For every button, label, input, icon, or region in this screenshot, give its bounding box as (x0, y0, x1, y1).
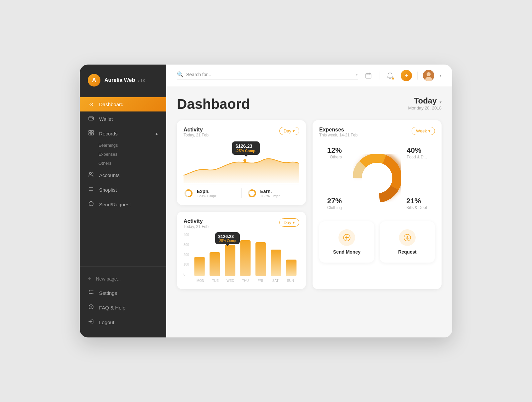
app-version: v 1.0 (138, 79, 145, 83)
expenses-card-subtitle: This week, 14-21 Feb (319, 133, 357, 137)
header: 🔍 ▾ (166, 65, 452, 87)
sidebar-item-shoplist[interactable]: Shoplist (80, 182, 166, 197)
sidebar-item-faq[interactable]: ? FAQ & Help (80, 300, 166, 315)
sidebar-item-settings[interactable]: Settings (80, 286, 166, 300)
search-dropdown-arrow: ▾ (356, 72, 358, 77)
expenses-donut-area: 12% Others 40% Food & D... 21% Bills & D… (319, 141, 435, 215)
page-content: Dashbaord Today ▾ Monday 28, 2018 Activi… (166, 87, 452, 337)
svg-point-6 (89, 172, 91, 174)
sidebar-item-earnings[interactable]: Eearnings (98, 141, 166, 150)
dashboard-icon: ⊙ (88, 101, 94, 107)
user-dropdown-arrow[interactable]: ▾ (440, 73, 442, 78)
sidebar-item-expenses[interactable]: Expenses (98, 150, 166, 159)
sidebar-item-logout[interactable]: Logout (80, 315, 166, 329)
expenses-card-header: Expenses This week, 14-21 Feb Week ▾ (319, 127, 435, 137)
user-avatar[interactable] (423, 70, 434, 81)
bar-x-axis: MON TUE WED THU FRI SAT SUN (192, 279, 299, 283)
earn-stat: Earn. +63% Cmpr. (247, 188, 300, 198)
bar-chart-area: $126.23 -25% Comp. (192, 233, 299, 283)
date-dropdown-arrow[interactable]: ▾ (440, 100, 442, 104)
logout-icon (88, 319, 94, 325)
page-header: Dashbaord Today ▾ Monday 28, 2018 (177, 96, 442, 112)
notification-dot (392, 78, 394, 80)
sidebar-item-dashboard[interactable]: ⊙ Dashboard (80, 97, 166, 111)
send-money-btn[interactable]: Send Money (319, 221, 374, 263)
bar-card-title: Activity (184, 218, 208, 224)
chart-stats: Expn. +23% Cmpr. Earn. (184, 184, 299, 198)
svg-rect-48 (271, 250, 281, 276)
clothing-label: 21% Bills & Debt (406, 197, 427, 210)
activity-day-filter[interactable]: Day ▾ (279, 127, 299, 135)
activity-tooltip: $126.23 -25% Comp. (232, 141, 260, 155)
svg-rect-5 (91, 133, 93, 135)
svg-rect-2 (89, 130, 91, 132)
expenses-card: Expenses This week, 14-21 Feb Week ▾ 12%… (313, 120, 442, 289)
faq-icon: ? (88, 304, 94, 311)
bar-chart-svg (192, 233, 299, 276)
sidebar-item-records[interactable]: Records ▲ (80, 126, 166, 141)
svg-rect-45 (225, 245, 235, 276)
sidebar-bottom: + New page... Settings (80, 266, 166, 337)
earn-change: +63% Cmpr. (260, 194, 281, 198)
others-label: 12% Others (327, 146, 342, 159)
calendar-btn[interactable] (363, 70, 374, 81)
svg-rect-0 (89, 117, 93, 120)
expn-change: +23% Cmpr. (197, 194, 217, 198)
bar-chart-wrapper: 0 100 200 300 400 $126.23 -25% Comp. (184, 233, 299, 283)
bar-card-subtitle: Today, 21 Feb (184, 224, 208, 229)
y-axis-labels: 0 100 200 300 400 (184, 233, 191, 276)
search-input[interactable] (186, 72, 353, 77)
sidebar-item-wallet[interactable]: Wallet (80, 111, 166, 126)
svg-point-37 (362, 163, 392, 193)
bar-card-header: Activity Today, 21 Feb Day ▾ (184, 218, 299, 229)
records-icon (88, 130, 94, 137)
earn-donut (247, 188, 257, 198)
svg-rect-1 (92, 118, 93, 119)
request-icon: $ (399, 229, 416, 246)
header-actions: + ▾ (363, 70, 442, 81)
add-button[interactable]: + (401, 70, 412, 81)
svg-rect-4 (89, 133, 91, 135)
svg-rect-47 (255, 242, 266, 276)
app-container: A Aurelia Web v 1.0 ⊙ Dashboard (80, 65, 452, 337)
header-divider2 (417, 72, 418, 80)
sidebar-submenu-records: Eearnings Expenses Others (80, 141, 166, 168)
activity-bar-card: Activity Today, 21 Feb Day ▾ 0 100 (177, 212, 306, 289)
activity-card-subtitle: Today, 21 Feb (184, 133, 208, 137)
sidebar-item-new-page[interactable]: + New page... (80, 272, 166, 286)
sidebar-item-send-request[interactable]: Send/Request (80, 197, 166, 212)
sidebar-item-others[interactable]: Others (98, 159, 166, 168)
sidebar-logo: A Aurelia Web v 1.0 (80, 65, 166, 95)
bills-label: 27% Clothing (327, 197, 342, 210)
app-name: Aurelia Web (104, 77, 135, 83)
sidebar-item-accounts[interactable]: Accounts (80, 168, 166, 182)
notification-btn[interactable] (385, 70, 395, 81)
dashboard-grid: Activity Today, 21 Feb Day ▾ $126.23 -25… (177, 120, 442, 289)
header-divider (379, 72, 379, 80)
svg-rect-3 (91, 130, 93, 132)
send-money-label: Send Money (333, 249, 360, 255)
activity-area-card: Activity Today, 21 Feb Day ▾ $126.23 -25… (177, 120, 306, 205)
svg-point-28 (243, 159, 246, 162)
logo-icon: A (88, 74, 100, 87)
food-label: 40% Food & D... (407, 146, 427, 159)
svg-point-11 (89, 202, 93, 206)
accounts-icon (88, 172, 94, 178)
earn-label: Earn. (260, 189, 281, 194)
date-section: Today ▾ Monday 28, 2018 (408, 96, 442, 110)
request-btn[interactable]: $ Request (380, 221, 435, 263)
records-arrow: ▲ (155, 132, 158, 135)
svg-rect-49 (286, 260, 296, 276)
expenses-week-filter[interactable]: Week ▾ (412, 127, 435, 135)
sidebar: A Aurelia Web v 1.0 ⊙ Dashboard (80, 65, 166, 337)
bar-tooltip: $126.23 -25% Comp. (215, 232, 240, 244)
donut-svg (347, 148, 407, 208)
expn-stat: Expn. +23% Cmpr. (184, 188, 236, 198)
main-content: 🔍 ▾ (166, 65, 452, 337)
activity-card-header: Activity Today, 21 Feb Day ▾ (184, 127, 299, 137)
search-container: 🔍 ▾ (177, 71, 358, 80)
request-label: Request (398, 249, 416, 255)
shoplist-icon (88, 186, 94, 193)
bar-day-filter[interactable]: Day ▾ (279, 218, 299, 227)
svg-text:?: ? (90, 305, 92, 309)
